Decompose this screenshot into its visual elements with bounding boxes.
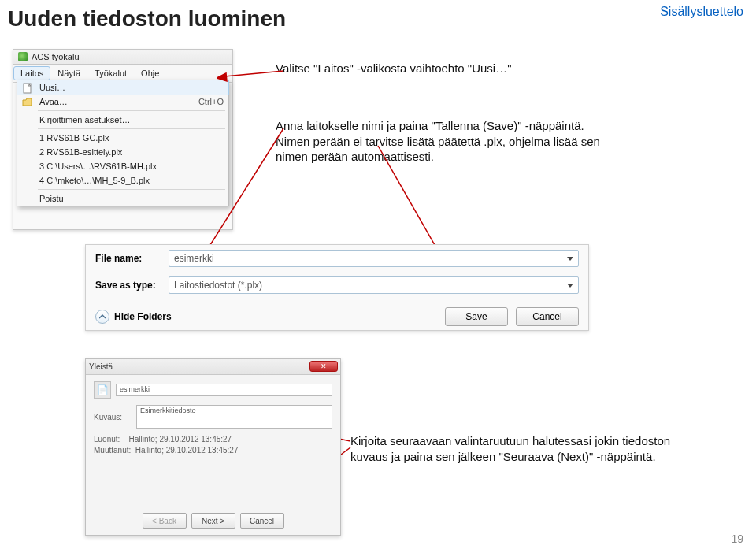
shortcut-label: Ctrl+O <box>198 97 224 106</box>
menu-tyokalut[interactable]: Työkalut <box>87 66 134 80</box>
open-folder-icon <box>22 97 33 108</box>
save-button[interactable]: Save <box>445 307 508 326</box>
menu-laitos[interactable]: Laitos <box>13 66 50 80</box>
filename-input[interactable]: esimerkki <box>169 250 579 267</box>
close-button[interactable]: ✕ <box>309 361 338 372</box>
filename-label: File name: <box>95 253 162 264</box>
back-button: < Back <box>143 513 187 529</box>
menu-item-avaa[interactable]: Avaa… Ctrl+O <box>17 95 228 109</box>
kuvaus-input[interactable]: Esimerkkitiedosto <box>136 405 332 429</box>
next-button[interactable]: Next > <box>191 513 235 529</box>
cancel-button[interactable]: Cancel <box>516 307 579 326</box>
menu-item-label: 3 C:\Users\…\RVS61B-MH.plx <box>39 161 157 171</box>
saveas-label: Save as type: <box>95 280 162 291</box>
muuttanut-value: Hallinto; 29.10.2012 13:45:27 <box>135 446 239 455</box>
arrow-1 <box>217 67 287 83</box>
hide-folders-toggle[interactable]: Hide Folders <box>95 310 172 324</box>
menu-item-label: Avaa… <box>39 97 68 106</box>
menu-item-uusi[interactable]: Uusi… <box>17 80 228 95</box>
menu-ohje[interactable]: Ohje <box>134 66 166 80</box>
saveas-value: Laitostiedostot (*.plx) <box>174 280 262 291</box>
app-title: ACS työkalu <box>32 52 80 61</box>
menu-item-label: Poistu <box>39 194 64 203</box>
separator <box>38 110 225 111</box>
dialog-title: Yleistä <box>89 362 113 371</box>
chevron-down-icon[interactable] <box>567 257 573 261</box>
save-dialog-screenshot: File name: esimerkki Save as type: Laito… <box>85 244 589 331</box>
menu-item-label: Kirjoittimen asetukset… <box>39 115 131 124</box>
svg-marker-2 <box>217 73 227 81</box>
instruction-1: Valitse "Laitos" -valikosta vaihtoehto "… <box>276 61 512 75</box>
page-number: 19 <box>731 533 743 545</box>
filename-value: esimerkki <box>174 253 214 264</box>
svg-line-3 <box>201 128 284 260</box>
menu-nayta[interactable]: Näytä <box>50 66 87 80</box>
file-icon: 📄 <box>94 381 111 399</box>
hide-folders-label: Hide Folders <box>114 311 172 322</box>
saveas-select[interactable]: Laitostiedostot (*.plx) <box>169 276 579 294</box>
menu-item-label: Uusi… <box>39 83 65 92</box>
chevron-up-icon <box>95 310 109 324</box>
app-icon <box>18 52 28 61</box>
info-dialog-screenshot: Yleistä ✕ 📄 esimerkki Kuvaus: Esimerkkit… <box>85 358 341 536</box>
name-input[interactable]: esimerkki <box>116 384 332 396</box>
chevron-down-icon[interactable] <box>567 284 573 288</box>
luonut-value: Hallinto; 29.10.2012 13:45:27 <box>129 435 232 444</box>
menu-item-label: 1 RVS61B-GC.plx <box>39 133 109 143</box>
cancel-button[interactable]: Cancel <box>240 513 284 529</box>
window-titlebar: ACS työkalu <box>13 50 232 65</box>
menu-item-label: 4 C:\mketo\…\MH_5-9_B.plx <box>39 176 150 185</box>
new-file-icon <box>22 83 33 94</box>
dialog-titlebar: Yleistä ✕ <box>86 359 340 375</box>
menu-item-label: 2 RVS61B-esittely.plx <box>39 147 122 157</box>
toc-link[interactable]: Sisällysluettelo <box>660 5 743 19</box>
kuvaus-label: Kuvaus: <box>94 413 132 421</box>
instruction-3: Kirjoita seuraavaan valintaruutuun halut… <box>350 433 689 464</box>
muuttanut-label: Muuttanut: <box>94 446 131 455</box>
svg-line-1 <box>224 71 284 76</box>
luonut-label: Luonut: <box>94 435 120 444</box>
page-title: Uuden tiedoston luominen <box>8 6 286 32</box>
